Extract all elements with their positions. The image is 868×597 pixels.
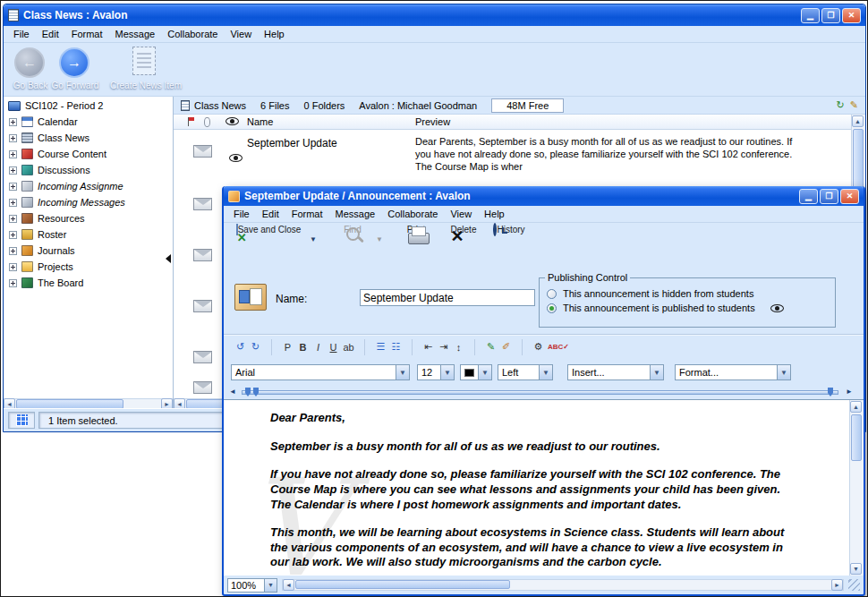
font-family-select[interactable]: Arial ▼ xyxy=(231,364,410,380)
close-button[interactable]: ✕ xyxy=(840,189,859,204)
outdent-icon[interactable]: ⇤ xyxy=(421,339,436,355)
indent-marker-icon[interactable] xyxy=(253,388,259,397)
name-input[interactable] xyxy=(360,289,535,306)
radio-option-published[interactable]: This announcement is published to studen… xyxy=(540,301,835,315)
insert-select[interactable]: Insert... ▼ xyxy=(567,364,664,380)
editor-vertical-scrollbar[interactable]: ▲ ▼ xyxy=(849,400,864,576)
editor-horizontal-scrollbar[interactable]: ◄ ► xyxy=(282,579,844,591)
menu-view[interactable]: View xyxy=(224,27,258,41)
message-body-editor[interactable]: Dear Parents, September is a busy month … xyxy=(224,399,864,576)
menu-collaborate[interactable]: Collaborate xyxy=(381,207,444,221)
resize-grip[interactable] xyxy=(848,579,860,591)
radio-option-hidden[interactable]: This announcement is hidden from student… xyxy=(540,286,835,301)
expand-icon[interactable] xyxy=(9,166,17,175)
menu-help[interactable]: Help xyxy=(258,27,291,41)
ruler-left-arrow-icon[interactable]: ◄ xyxy=(229,388,236,396)
chevron-down-icon[interactable]: ▼ xyxy=(650,365,663,380)
line-spacing-icon[interactable]: ↕ xyxy=(451,339,466,355)
sidebar-item-discussions[interactable]: Discussions xyxy=(4,162,173,178)
menu-file[interactable]: File xyxy=(7,27,36,41)
column-name[interactable]: Name xyxy=(247,116,273,127)
strikethrough-icon[interactable]: ab xyxy=(341,339,356,355)
font-color-select[interactable]: ▼ xyxy=(460,364,492,380)
minimize-button[interactable]: ▁ xyxy=(801,8,820,23)
history-button[interactable]: History xyxy=(489,225,530,235)
go-forward-button[interactable]: → xyxy=(59,47,89,78)
menu-format[interactable]: Format xyxy=(65,27,109,41)
alignment-select[interactable]: Left ▼ xyxy=(498,364,553,380)
flag-column-icon[interactable] xyxy=(188,117,195,126)
menu-edit[interactable]: Edit xyxy=(256,207,285,221)
maximize-button[interactable]: ❐ xyxy=(821,8,840,23)
message-envelope-icon[interactable] xyxy=(193,300,212,312)
message-envelope-icon[interactable] xyxy=(193,381,212,394)
scroll-right-icon[interactable]: ► xyxy=(831,579,843,591)
message-envelope-icon[interactable] xyxy=(193,249,212,261)
save-dropdown-icon[interactable]: ▼ xyxy=(310,235,317,243)
menu-format[interactable]: Format xyxy=(285,207,329,221)
expand-icon[interactable] xyxy=(9,247,17,255)
scroll-thumb[interactable] xyxy=(295,580,510,589)
sidebar-item-course-content[interactable]: Course Content xyxy=(4,146,173,162)
expand-icon[interactable] xyxy=(9,150,17,158)
sidebar-item-the-board[interactable]: The Board xyxy=(4,275,173,291)
chevron-down-icon[interactable]: ▼ xyxy=(396,365,409,380)
item-name[interactable]: September Update xyxy=(247,137,337,149)
eye-column-icon[interactable] xyxy=(226,117,239,125)
underline-icon[interactable]: U xyxy=(326,339,341,355)
tree-root-sci102[interactable]: SCI102 - Period 2 xyxy=(4,97,173,114)
italic-icon[interactable]: I xyxy=(311,339,326,355)
expand-icon[interactable] xyxy=(9,279,17,287)
spellcheck-icon[interactable]: ABC✓ xyxy=(546,339,571,355)
radio-unselected-icon[interactable] xyxy=(547,289,557,299)
chevron-down-icon[interactable]: ▼ xyxy=(478,365,491,380)
go-back-button[interactable]: ← xyxy=(14,47,45,78)
redo-icon[interactable]: ↻ xyxy=(248,339,263,355)
menu-message[interactable]: Message xyxy=(329,207,382,221)
restore-button[interactable]: ❐ xyxy=(820,189,838,204)
scroll-left-icon[interactable]: ◄ xyxy=(283,579,294,591)
menu-help[interactable]: Help xyxy=(478,207,511,221)
ruler-right-arrow-icon[interactable]: ► xyxy=(846,388,853,396)
sidebar-item-roster[interactable]: Roster xyxy=(4,226,173,243)
bullet-list-icon[interactable]: ☰ xyxy=(373,339,388,355)
chevron-down-icon[interactable]: ▼ xyxy=(440,365,454,380)
sidebar-item-projects[interactable]: Projects xyxy=(4,259,173,275)
close-button[interactable]: ✕ xyxy=(842,8,861,23)
undo-icon[interactable]: ↺ xyxy=(233,339,248,355)
expand-icon[interactable] xyxy=(9,231,17,239)
plain-style-icon[interactable]: P xyxy=(280,339,295,355)
print-button[interactable]: Print xyxy=(396,225,437,235)
sidebar-item-calendar[interactable]: Calendar xyxy=(4,114,173,130)
scroll-up-icon[interactable]: ▲ xyxy=(852,115,864,127)
expand-icon[interactable] xyxy=(9,199,17,207)
expand-icon[interactable] xyxy=(9,183,17,191)
menu-file[interactable]: File xyxy=(227,207,256,221)
pen-icon[interactable]: ✎ xyxy=(483,339,498,355)
pane-splitter-arrow[interactable] xyxy=(166,254,171,263)
bold-icon[interactable]: B xyxy=(295,339,311,355)
expand-icon[interactable] xyxy=(9,118,17,126)
numbered-list-icon[interactable]: ☷ xyxy=(388,339,404,355)
column-preview[interactable]: Preview xyxy=(415,116,450,127)
sidebar-item-journals[interactable]: Journals xyxy=(4,243,173,259)
menu-edit[interactable]: Edit xyxy=(36,27,65,41)
menu-collaborate[interactable]: Collaborate xyxy=(161,27,224,41)
scroll-thumb[interactable] xyxy=(851,414,862,461)
edit-icon[interactable]: ✎ xyxy=(850,100,858,110)
radio-selected-icon[interactable] xyxy=(547,303,557,313)
sidebar-item-incoming-assignments[interactable]: Incoming Assignme xyxy=(4,178,173,194)
expand-icon[interactable] xyxy=(9,134,17,142)
scroll-up-icon[interactable]: ▲ xyxy=(850,401,862,413)
tools-icon[interactable]: ⚙ xyxy=(531,339,546,355)
chevron-down-icon[interactable]: ▼ xyxy=(539,365,552,380)
format-select[interactable]: Format... ▼ xyxy=(675,364,791,380)
message-envelope-icon[interactable] xyxy=(193,145,212,158)
message-body-text[interactable]: Dear Parents, September is a busy month … xyxy=(224,400,849,576)
expand-icon[interactable] xyxy=(9,263,17,271)
pencil-icon[interactable]: ✐ xyxy=(498,339,514,355)
chevron-down-icon[interactable]: ▼ xyxy=(777,365,790,380)
menu-view[interactable]: View xyxy=(444,207,478,221)
save-and-close-button[interactable]: Save and Close xyxy=(231,225,306,235)
scroll-down-icon[interactable]: ▼ xyxy=(850,563,862,575)
